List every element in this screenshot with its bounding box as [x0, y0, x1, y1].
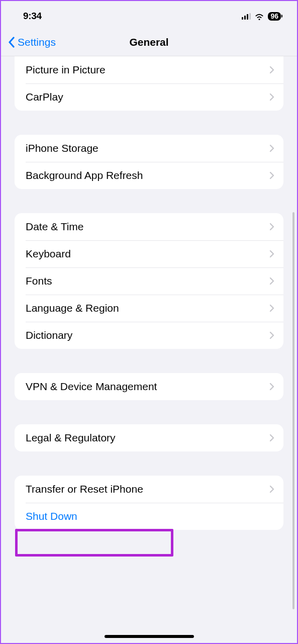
row-language-region[interactable]: Language & Region — [15, 295, 283, 322]
row-picture-in-picture[interactable]: Picture in Picture — [15, 56, 283, 83]
status-time: 9:34 — [23, 11, 42, 22]
status-bar: 9:34 96 — [1, 1, 297, 28]
chevron-right-icon — [269, 223, 274, 231]
chevron-right-icon — [269, 171, 274, 179]
scrollbar[interactable] — [292, 212, 294, 609]
chevron-right-icon — [269, 304, 274, 312]
chevron-right-icon — [269, 250, 274, 258]
chevron-right-icon — [269, 331, 274, 339]
row-label: Date & Time — [26, 221, 84, 233]
row-legal-regulatory[interactable]: Legal & Regulatory — [15, 424, 283, 451]
home-indicator[interactable] — [105, 635, 194, 638]
page-title: General — [129, 36, 168, 48]
row-label: Transfer or Reset iPhone — [26, 483, 143, 495]
row-label: Background App Refresh — [26, 169, 143, 181]
wifi-icon — [254, 13, 264, 20]
settings-section: iPhone Storage Background App Refresh — [15, 135, 283, 189]
chevron-left-icon — [8, 37, 16, 48]
row-label: Fonts — [26, 275, 52, 287]
status-icons: 96 — [242, 12, 281, 21]
chevron-right-icon — [269, 277, 274, 285]
row-fonts[interactable]: Fonts — [15, 267, 283, 295]
chevron-right-icon — [269, 383, 274, 391]
navigation-bar: Settings General — [1, 28, 297, 56]
highlight-annotation — [15, 529, 173, 557]
chevron-right-icon — [269, 93, 274, 101]
row-label: Legal & Regulatory — [26, 432, 116, 444]
row-dictionary[interactable]: Dictionary — [15, 322, 283, 349]
row-date-time[interactable]: Date & Time — [15, 213, 283, 240]
chevron-right-icon — [269, 434, 274, 442]
row-shut-down[interactable]: Shut Down — [15, 503, 283, 530]
settings-section: Date & Time Keyboard Fonts Language & Re… — [15, 213, 283, 349]
settings-list[interactable]: Picture in Picture CarPlay iPhone Storag… — [1, 56, 297, 530]
cellular-signal-icon — [242, 13, 251, 20]
row-transfer-reset[interactable]: Transfer or Reset iPhone — [15, 476, 283, 503]
settings-section: Legal & Regulatory — [15, 424, 283, 451]
back-button[interactable]: Settings — [8, 36, 56, 48]
settings-section: VPN & Device Management — [15, 373, 283, 400]
settings-section: Picture in Picture CarPlay — [15, 56, 283, 111]
row-vpn-device-management[interactable]: VPN & Device Management — [15, 373, 283, 400]
row-label: Keyboard — [26, 248, 71, 260]
row-label: Language & Region — [26, 302, 119, 314]
settings-section: Transfer or Reset iPhone Shut Down — [15, 476, 283, 530]
row-label: Dictionary — [26, 329, 72, 341]
row-background-app-refresh[interactable]: Background App Refresh — [15, 162, 283, 189]
row-label: VPN & Device Management — [26, 381, 157, 393]
back-label: Settings — [18, 36, 56, 48]
chevron-right-icon — [269, 144, 274, 152]
row-iphone-storage[interactable]: iPhone Storage — [15, 135, 283, 162]
battery-level-icon: 96 — [268, 12, 281, 21]
chevron-right-icon — [269, 66, 274, 74]
row-label: iPhone Storage — [26, 142, 98, 154]
chevron-right-icon — [269, 485, 274, 493]
row-keyboard[interactable]: Keyboard — [15, 240, 283, 267]
row-label: Shut Down — [26, 510, 77, 522]
row-label: CarPlay — [26, 91, 63, 103]
row-carplay[interactable]: CarPlay — [15, 83, 283, 111]
row-label: Picture in Picture — [26, 64, 106, 76]
